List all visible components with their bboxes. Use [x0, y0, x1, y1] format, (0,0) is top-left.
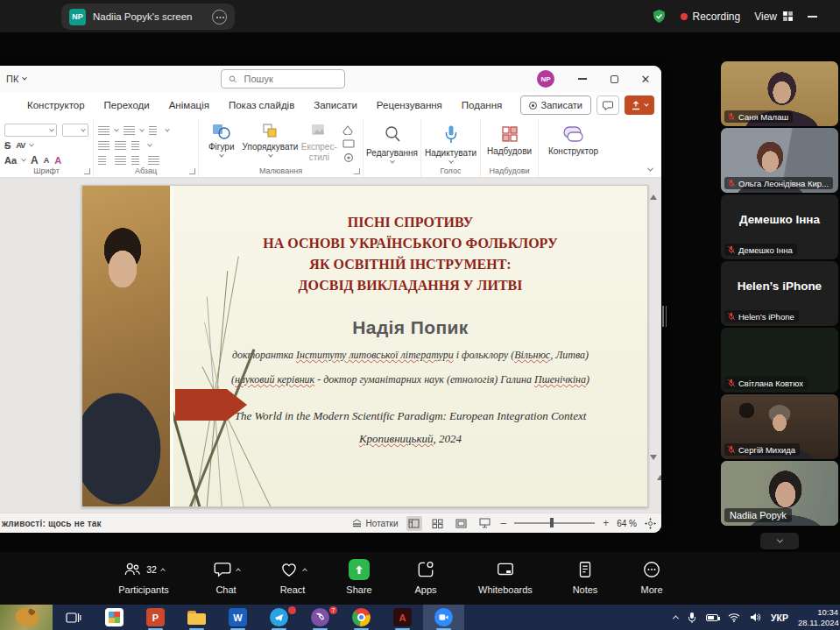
scroll-up-icon[interactable]: [650, 180, 657, 200]
slideshow-view-button[interactable]: [477, 516, 493, 531]
account-avatar[interactable]: NP: [537, 70, 554, 88]
participant-tile-svitlana[interactable]: Світлана Ковтюх: [721, 328, 838, 393]
justify-icon[interactable]: [148, 156, 159, 165]
tab-view[interactable]: Подання: [452, 92, 512, 118]
comments-button[interactable]: [596, 96, 619, 115]
close-window-button[interactable]: ✕: [630, 66, 661, 92]
file-explorer-button[interactable]: [176, 605, 217, 630]
more-options-icon[interactable]: [212, 10, 227, 25]
tab-record[interactable]: Записати: [304, 92, 367, 118]
language-indicator[interactable]: УКР: [771, 612, 788, 623]
reading-view-button[interactable]: [454, 516, 469, 531]
grow-font-icon[interactable]: A: [31, 154, 39, 166]
zoom-in-button[interactable]: +: [603, 517, 609, 529]
shape-outline-icon[interactable]: [341, 138, 358, 149]
font-name-select[interactable]: [4, 124, 57, 137]
chevron-up-icon[interactable]: [302, 569, 307, 574]
font-size-select[interactable]: [62, 124, 88, 137]
editing-button[interactable]: Редагування: [368, 123, 416, 164]
whiteboards-button[interactable]: Whiteboards: [468, 559, 543, 595]
slide-sorter-view-button[interactable]: [430, 516, 446, 531]
panel-resize-handle[interactable]: [662, 306, 667, 327]
powerpoint-taskbar-button[interactable]: P: [135, 605, 176, 630]
bullets-icon[interactable]: [98, 126, 109, 135]
participant-tile-olha[interactable]: Ольга Леонідівна Кир...: [721, 128, 838, 193]
zoom-slider[interactable]: [514, 522, 595, 524]
share-button[interactable]: Share: [335, 559, 384, 595]
strikethrough-icon[interactable]: S: [4, 140, 11, 151]
quick-access-toolbar[interactable]: ПК: [6, 74, 26, 84]
telegram-button[interactable]: [258, 605, 300, 630]
tray-expand-icon[interactable]: [673, 615, 679, 621]
zoom-level[interactable]: 64 %: [617, 519, 637, 528]
tab-transitions[interactable]: Переходи: [95, 92, 159, 118]
notes-button[interactable]: Notes: [561, 559, 610, 595]
view-button[interactable]: View: [754, 11, 794, 23]
wifi-icon[interactable]: [728, 612, 740, 622]
columns-icon[interactable]: [131, 141, 143, 150]
slide-canvas[interactable]: ПІСНІ СПРОТИВУ НА ОСНОВІ УКРАЇНСЬКОГО ФО…: [81, 185, 648, 507]
shrink-font-icon[interactable]: A: [44, 156, 50, 165]
decrease-indent-icon[interactable]: [98, 141, 109, 150]
task-view-button[interactable]: [53, 605, 94, 630]
participant-tile-serhii[interactable]: Сергій Михида: [721, 394, 838, 459]
share-presentation-button[interactable]: [625, 96, 654, 115]
participants-button[interactable]: 32 Participants: [103, 559, 184, 595]
align-left-icon[interactable]: [98, 156, 109, 165]
previous-slide-icon[interactable]: [657, 460, 661, 480]
chevron-up-icon[interactable]: [160, 569, 166, 574]
acrobat-button[interactable]: A: [382, 605, 423, 630]
battery-icon[interactable]: [706, 614, 718, 621]
fit-to-window-icon[interactable]: [645, 518, 656, 529]
paragraph-dialog-launcher[interactable]: [189, 168, 195, 174]
character-spacing-icon[interactable]: AV: [16, 141, 25, 150]
minimize-window-button[interactable]: [567, 66, 598, 92]
shapes-button[interactable]: Фігури: [203, 123, 240, 163]
normal-view-button[interactable]: [406, 516, 422, 531]
addins-button[interactable]: Надбудови: [485, 123, 533, 156]
tab-slideshow[interactable]: Показ слайдів: [219, 92, 304, 118]
restore-window-button[interactable]: [598, 66, 630, 92]
tab-animations[interactable]: Анімація: [159, 92, 219, 118]
drawing-dialog-launcher[interactable]: [354, 168, 360, 174]
participant-tile-nadiia-active-speaker[interactable]: Nadiia Popyk: [721, 461, 838, 526]
zoom-out-button[interactable]: –: [501, 517, 507, 529]
chat-button[interactable]: Chat: [201, 559, 251, 595]
notes-button[interactable]: Нотатки: [351, 518, 399, 528]
scroll-down-icon[interactable]: [650, 455, 657, 475]
more-button[interactable]: More: [627, 559, 676, 595]
collapse-ribbon-icon[interactable]: [647, 166, 653, 172]
tray-mic-icon[interactable]: [688, 612, 696, 624]
chrome-button[interactable]: [341, 605, 382, 630]
dictate-button[interactable]: Надиктувати: [426, 123, 476, 164]
search-input[interactable]: [243, 73, 337, 85]
minimize-meeting-icon[interactable]: [808, 16, 817, 18]
shape-fill-icon[interactable]: [341, 124, 358, 135]
clear-formatting-icon[interactable]: A: [54, 155, 61, 166]
numbering-icon[interactable]: [124, 126, 135, 135]
arrange-button[interactable]: Упорядкувати: [244, 123, 298, 163]
tab-design[interactable]: Конструктор: [18, 92, 95, 118]
accessibility-status[interactable]: жливості: щось не так: [2, 519, 102, 528]
designer-button[interactable]: Конструктор: [543, 123, 604, 156]
shape-effects-icon[interactable]: [341, 152, 358, 163]
viber-button[interactable]: 7: [300, 605, 341, 630]
increase-indent-icon[interactable]: [115, 141, 126, 150]
align-right-icon[interactable]: [131, 156, 143, 165]
search-box[interactable]: [221, 69, 345, 88]
chevron-up-icon[interactable]: [236, 569, 241, 574]
align-center-icon[interactable]: [115, 156, 126, 165]
participant-tile-helen[interactable]: Helen’s iPhone Helen’s iPhone: [721, 261, 838, 326]
taskbar-clock[interactable]: 10:34 28.11.2024: [798, 607, 838, 627]
recording-indicator[interactable]: Recording: [681, 11, 741, 23]
shared-screen-pill[interactable]: NP Nadiia Popyk's screen: [61, 4, 235, 30]
security-shield-icon[interactable]: [652, 9, 667, 24]
word-taskbar-button[interactable]: W: [217, 605, 258, 630]
zoom-slider-thumb[interactable]: [550, 518, 554, 527]
microsoft-store-button[interactable]: [94, 605, 135, 630]
vertical-scrollbar[interactable]: [650, 180, 660, 511]
change-case-icon[interactable]: Aa: [4, 155, 17, 166]
record-button[interactable]: Записати: [520, 96, 591, 115]
apps-button[interactable]: Apps: [401, 559, 450, 595]
react-button[interactable]: React: [268, 559, 317, 595]
